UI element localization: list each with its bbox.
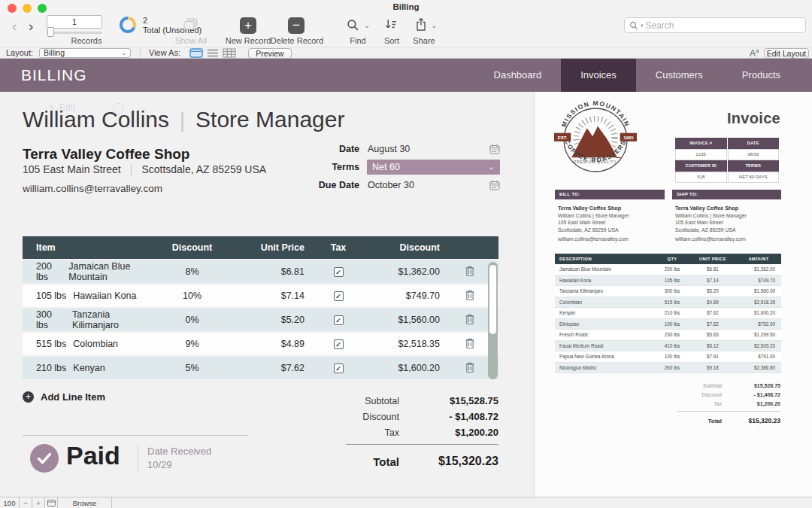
record-slider[interactable]	[47, 32, 102, 34]
previous-record-button[interactable]: ‹	[12, 20, 17, 33]
chevron-down-icon: ⌄	[488, 162, 495, 172]
find-menu-chevron-icon[interactable]: ⌄	[364, 21, 370, 29]
form-view-icon[interactable]	[189, 48, 203, 58]
tax-checkbox[interactable]: ✓	[334, 315, 344, 325]
item-unit-price[interactable]: $5.20	[228, 315, 312, 325]
trash-icon[interactable]	[465, 361, 475, 373]
line-items-body: 200 lbsJamaican Blue Mountain 8% $6.81 ✓…	[23, 260, 498, 379]
search-scope-chevron-icon[interactable]: ▾	[641, 23, 644, 29]
item-discount[interactable]: 5%	[156, 363, 228, 373]
current-record-input[interactable]: 1	[47, 15, 102, 29]
add-line-item-button[interactable]: + Add Line Item	[23, 391, 105, 403]
table-row[interactable]: 210 lbsKenyan 5% $7.62 ✓ $1,600.20	[23, 357, 498, 379]
list-view-icon[interactable]	[206, 48, 220, 58]
new-record-button[interactable]: +	[240, 17, 256, 34]
tab-invoices[interactable]: Invoices	[561, 59, 636, 92]
item-unit-price[interactable]: $7.14	[228, 291, 312, 301]
share-menu-chevron-icon[interactable]: ⌄	[431, 21, 437, 29]
window-title: Billing	[0, 2, 812, 11]
invoice-no-header: INVOICE #	[675, 138, 727, 149]
find-label: Find	[342, 36, 374, 45]
contact-name[interactable]: William Collins	[23, 107, 169, 132]
tab-customers[interactable]: Customers	[636, 59, 723, 92]
toolbar-toggle-icon[interactable]	[45, 497, 58, 508]
share-button[interactable]	[415, 17, 427, 32]
layout-label: Layout:	[6, 48, 33, 57]
invoice-totals: Subtotal$15,528.75 Discount- $1,408.72 T…	[323, 393, 498, 440]
search-icon	[629, 21, 638, 30]
item-unit-price[interactable]: $7.62	[228, 363, 312, 373]
date-field[interactable]: August 30	[367, 144, 489, 154]
item-discount[interactable]: 0%	[156, 315, 228, 325]
table-row[interactable]: 300 lbsTanzania Kilimanjaro 0% $5.20 ✓ $…	[23, 309, 498, 331]
col-discount-pct: Discount	[156, 242, 228, 253]
scrollbar[interactable]	[488, 262, 498, 379]
discount-label: Discount	[323, 412, 410, 422]
date-header: DATE	[728, 138, 780, 149]
calendar-icon[interactable]	[489, 144, 500, 154]
search-icon	[347, 19, 359, 32]
zoom-level[interactable]: 100	[0, 497, 20, 508]
street-address[interactable]: 105 East Main Street	[23, 163, 121, 175]
item-amount: $1,600.20	[365, 363, 453, 373]
tax-checkbox[interactable]: ✓	[334, 364, 344, 373]
mode-popup[interactable]: Browse	[58, 497, 112, 508]
edit-layout-button[interactable]: Edit Layout	[764, 48, 809, 59]
found-set-pie-icon[interactable]	[120, 17, 136, 33]
company-name[interactable]: Terra Valley Coffee Shop	[23, 146, 189, 163]
invoice-no-value: 2135	[675, 149, 727, 160]
item-discount[interactable]: 10%	[156, 291, 228, 301]
due-date-field[interactable]: October 30	[367, 180, 489, 190]
sort-label: Sort	[378, 36, 405, 45]
item-unit-price[interactable]: $6.81	[228, 266, 312, 277]
date-received-label: Date Received	[147, 446, 211, 457]
preview-button[interactable]: Preview	[248, 48, 292, 59]
trash-icon[interactable]	[465, 289, 475, 301]
tax-checkbox[interactable]: ✓	[334, 339, 344, 349]
table-row[interactable]: 200 lbsJamaican Blue Mountain 8% $6.81 ✓…	[23, 260, 498, 283]
record-slider-thumb[interactable]	[47, 27, 54, 37]
table-row[interactable]: 105 lbsHawaiian Kona 10% $7.14 ✓ $749.70	[23, 284, 498, 307]
share-label: Share	[409, 36, 439, 45]
item-unit-price[interactable]: $4.89	[228, 339, 312, 349]
table-row: Jamaican Blue Mountain 200 lbs $6.81 $1,…	[555, 264, 781, 275]
tab-dashboard[interactable]: Dashboard	[474, 59, 562, 92]
table-row: Kenyan 210 lbs $7.62 $1,600.20	[555, 308, 781, 319]
quick-find-field[interactable]: ▾	[624, 17, 806, 33]
sort-button[interactable]	[385, 18, 398, 31]
tab-products[interactable]: Products	[723, 59, 800, 92]
table-row[interactable]: 515 lbsColombian 9% $4.89 ✓ $2,518.35	[23, 333, 498, 355]
tax-checkbox[interactable]: ✓	[334, 291, 344, 301]
layout-bar: Layout: Billing ⌄ View As: Preview Aa Ed…	[0, 47, 812, 59]
table-view-icon[interactable]	[223, 48, 236, 58]
col-discount-amt: Discount	[365, 242, 453, 253]
calendar-icon[interactable]	[489, 180, 500, 190]
scrollbar-thumb[interactable]	[489, 265, 496, 334]
divider	[346, 444, 498, 445]
trash-icon[interactable]	[465, 313, 475, 325]
terms-dropdown[interactable]: Net 60 ⌄	[367, 160, 500, 175]
contact-role[interactable]: Store Manager	[195, 107, 344, 132]
tax-checkbox[interactable]: ✓	[334, 267, 344, 277]
divider	[140, 49, 141, 57]
show-all-button[interactable]	[183, 18, 198, 31]
zoom-in-button[interactable]: +	[32, 497, 45, 508]
layout-select[interactable]: Billing ⌄	[39, 48, 131, 58]
formatting-bar-toggle[interactable]: Aa	[750, 47, 759, 59]
search-input[interactable]	[646, 20, 801, 31]
ship-to-header: SHIP TO:	[672, 190, 781, 199]
city-address[interactable]: Scottsdale, AZ 85259 USA	[141, 163, 266, 175]
find-button[interactable]	[347, 19, 359, 32]
date-received-value[interactable]: 10/29	[147, 459, 172, 470]
item-amount: $1,362.00	[365, 266, 453, 277]
zoom-out-button[interactable]: −	[20, 497, 32, 508]
item-discount[interactable]: 8%	[156, 266, 228, 277]
trash-icon[interactable]	[465, 337, 475, 349]
delete-record-button[interactable]: −	[288, 17, 304, 34]
next-record-button[interactable]: ›	[29, 20, 33, 33]
trash-icon[interactable]	[465, 265, 475, 277]
customer-id-value: 518	[675, 172, 727, 183]
contact-email[interactable]: william.collins@terravalley.com	[23, 183, 162, 194]
show-all-label: Show All	[168, 36, 214, 45]
item-discount[interactable]: 9%	[156, 339, 228, 349]
